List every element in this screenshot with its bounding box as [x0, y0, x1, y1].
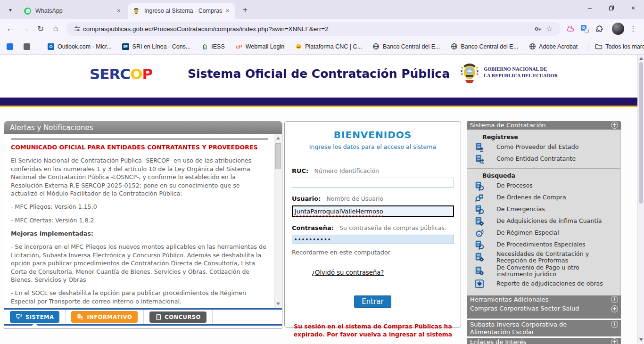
sidebar-body: Regístrese Como Proveedor del Estado Com… — [467, 130, 621, 295]
toolbar-divider — [608, 25, 608, 33]
sidebar-item-entidad[interactable]: Como Entidad Contratante — [467, 153, 620, 165]
bookmark-banco-central-2[interactable]: Banco Central del E... — [451, 43, 519, 50]
tab-label: SISTEMA — [25, 314, 54, 320]
reload-button[interactable]: ↻ — [33, 21, 48, 36]
bookmark-gray-square[interactable] — [24, 43, 30, 50]
site-settings-icon[interactable] — [72, 23, 83, 34]
username-input[interactable]: JuntaParroquialValleHermoso — [292, 205, 454, 217]
tab-close-icon[interactable]: × — [115, 7, 123, 15]
login-button[interactable]: Entrar — [354, 295, 391, 308]
bookmark-banco-central-1[interactable]: Banco Central del E... — [372, 43, 440, 50]
section-label: Subasta Inversa Corporativa de Alimentac… — [470, 321, 593, 336]
expand-plus-icon[interactable]: + — [611, 296, 618, 303]
bookmark-cnc[interactable]: Plataforma CNC | C... — [295, 43, 362, 50]
sidebar-item-reporte-obras[interactable]: Reporte de adjudicaciones de obras — [467, 278, 620, 290]
bookmark-iess[interactable]: IESS — [201, 43, 225, 50]
system-icon — [16, 313, 23, 320]
translate-extension-icon[interactable]: G — [578, 22, 592, 36]
blue-square-icon — [7, 43, 13, 50]
expand-plus-icon[interactable]: + — [611, 321, 618, 328]
scroll-down-icon[interactable] — [639, 338, 643, 341]
bookmark-sri[interactable]: SRI SRI en Línea - Cons... — [122, 43, 191, 50]
browser-menu-icon[interactable]: ⋮ — [626, 22, 640, 36]
tab-whatsapp[interactable]: WhatsApp × — [19, 3, 126, 19]
tab-search-button[interactable]: ▾ — [4, 3, 17, 16]
sidebar-item-necesidades[interactable]: Necesidades de Contratación y Recepción … — [467, 251, 620, 264]
scroll-up-icon[interactable] — [276, 137, 280, 139]
section-sistema-contratacion[interactable]: Sistema de Contratación + — [467, 121, 621, 130]
section-compras-corporativas[interactable]: Compras Corporativas Sector Salud + — [467, 304, 621, 319]
weather-extension-icon[interactable] — [563, 22, 578, 36]
sidebar-item-infima-cuantia[interactable]: De Adquisiciones de ínfima Cuantía — [467, 215, 620, 227]
expand-plus-icon[interactable]: + — [611, 305, 618, 312]
login-panel: BIENVENIDOS Ingrese los datos para el ac… — [284, 121, 461, 328]
window-controls: – × — [579, 0, 644, 16]
sidebar-item-proveedor[interactable]: Como Proveedor del Estado — [467, 141, 620, 153]
search-infima-cuantia-icon — [474, 216, 485, 227]
sidebar-item-procesos[interactable]: De Procesos — [467, 180, 620, 192]
search-payment-agreement-icon — [474, 266, 485, 276]
section-enlaces-interes[interactable]: Enlaces de Interés + — [467, 338, 621, 344]
tab-label: INFORMATIVO — [87, 314, 132, 320]
alerts-tab-bar: SISTEMA INFORMATIVO CONCURSO — [4, 308, 282, 326]
all-bookmarks-button[interactable]: Todos los marcadores — [595, 43, 644, 50]
site-header: SERCOP Sistema Oficial de Contratación P… — [0, 55, 637, 98]
sidebar-item-ordenes[interactable]: De Órdenes de Compra — [467, 192, 620, 204]
extensions-puzzle-icon[interactable] — [592, 22, 606, 36]
password-key-icon[interactable] — [532, 23, 544, 34]
sidebar-item-convenio-pago[interactable]: De Convenio de Pago u otro instrumento j… — [467, 264, 620, 278]
section-subasta-inversa[interactable]: Subasta Inversa Corporativa de Alimentac… — [467, 320, 621, 336]
scrollbar-thumb[interactable] — [275, 143, 281, 169]
profile-avatar[interactable] — [612, 23, 624, 35]
search-purchase-orders-icon — [474, 193, 485, 203]
back-button[interactable]: ← — [3, 21, 18, 36]
home-button[interactable]: ⌂ — [48, 21, 63, 36]
sidebar-item-regimen-especial[interactable]: De Régimen Especial — [467, 227, 620, 239]
sidebar-item-label: De Régimen Especial — [496, 229, 559, 236]
tab-close-icon[interactable]: × — [223, 7, 231, 15]
bookmark-adobe-acrobat[interactable]: Adobe Acrobat — [528, 43, 578, 50]
tab-informativo[interactable]: INFORMATIVO — [71, 311, 138, 323]
minimize-button[interactable]: – — [579, 0, 601, 16]
bookmark-outlook[interactable]: O Outlook.com - Micr... — [47, 43, 112, 50]
scroll-up-icon[interactable] — [639, 57, 643, 60]
welcome-subtitle: Ingrese los datos para el acceso al sist… — [292, 143, 454, 150]
bookmark-star-icon[interactable]: ☆ — [544, 23, 555, 34]
sidebar-item-label: Como Entidad Contratante — [496, 156, 576, 162]
scroll-down-icon[interactable] — [276, 303, 280, 305]
url-text[interactable]: compraspublicas.gob.ec/ProcesoContrataci… — [83, 25, 532, 33]
submit-row: Entrar — [292, 295, 454, 308]
forward-button[interactable]: → — [18, 21, 33, 36]
forgot-password-link[interactable]: ¿Olvidó su contraseña? — [312, 269, 384, 276]
sidebar-item-label: De Convenio de Pago u otro instrumento j… — [496, 264, 617, 278]
sidebar-item-procedimientos-especiales[interactable]: De Procedimientos Especiales — [467, 239, 620, 251]
expand-plus-icon[interactable]: + — [611, 122, 618, 129]
password-row: Contraseña: Su contraseña de compras púb… — [292, 224, 454, 244]
ruc-input[interactable] — [292, 178, 454, 188]
tab-concurso[interactable]: CONCURSO — [149, 311, 206, 323]
expand-plus-icon[interactable]: + — [611, 338, 618, 344]
sidebar-item-label: Como Proveedor del Estado — [496, 144, 578, 150]
bookmark-label: IESS — [211, 43, 225, 50]
tab-compras-publicas[interactable]: Ingreso al Sistema - Compras Pú × — [128, 3, 235, 19]
tab-sistema[interactable]: SISTEMA — [10, 311, 59, 323]
bookmark-webmail[interactable]: cP Webmail Login — [235, 43, 284, 50]
new-tab-button[interactable]: + — [239, 4, 251, 16]
bookmarks-divider — [588, 42, 588, 51]
close-window-button[interactable]: × — [622, 0, 644, 16]
bookmark-label: Outlook.com - Micr... — [58, 43, 112, 50]
sidebar-item-label: De Adquisiciones de ínfima Cuantía — [496, 218, 602, 224]
tab-label: CONCURSO — [165, 314, 201, 320]
section-herramientas-adicionales[interactable]: Herramientas Adicionales + — [467, 295, 621, 304]
tab-informativo-cell: INFORMATIVO — [66, 310, 144, 324]
restore-button[interactable] — [601, 0, 622, 16]
bookmark-blue-square[interactable] — [7, 43, 13, 50]
alerts-scrollbar[interactable] — [274, 134, 282, 308]
gray-square-icon — [24, 43, 30, 50]
sidebar-item-emergencias[interactable]: De Emergencias — [467, 204, 620, 215]
address-bar[interactable]: compraspublicas.gob.ec/ProcesoContrataci… — [66, 22, 561, 36]
password-input[interactable]: •••••••••• — [292, 235, 454, 244]
page-scrollbar[interactable] — [637, 55, 644, 344]
scrollbar-thumb[interactable] — [639, 62, 643, 204]
remember-me-label[interactable]: Recordarme en este computador — [292, 249, 454, 256]
